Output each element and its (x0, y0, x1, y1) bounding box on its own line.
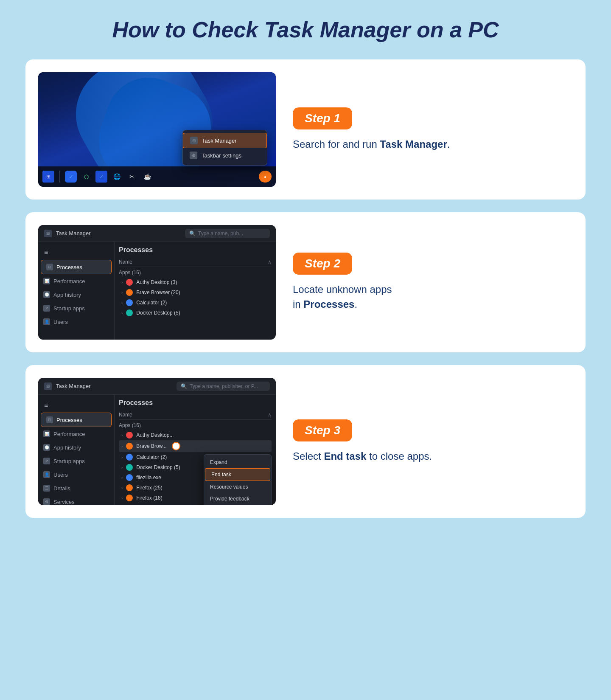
tm3-nav-startup[interactable]: ↗ Startup apps (38, 454, 114, 468)
ctx-item-task-manager: ⊞ Task Manager (183, 133, 267, 148)
step-2-info: Step 2 Locate unknown apps in Processes. (293, 253, 573, 312)
step-3-info: Step 3 Select End task to close apps. (293, 419, 573, 464)
tm3-body: ≡ ⊡ Processes 📊 Performance 🕐 App histor… (38, 395, 276, 505)
docker-icon-3 (126, 464, 133, 471)
processes-icon: ⊡ (46, 264, 53, 270)
start-icon-3: ↗ (43, 458, 50, 464)
screenshot-1: ⊞ ✓ ⬡ Z 🌐 ✂ ☕ ● ⊞ Task Manager ⚙ (38, 72, 276, 187)
ff25-icon-3 (126, 484, 133, 491)
ff18-icon-3 (126, 495, 133, 501)
ctx-item-taskbar-settings: ⚙ Taskbar settings (183, 148, 267, 163)
screenshot-3: ⊞ Task Manager 🔍 Type a name, publisher,… (38, 378, 276, 505)
screenshot-2: ⊞ Task Manager 🔍 Type a name, pub... ≡ ⊡… (38, 225, 276, 340)
tm2-proc-authy: › Authy Desktop (3) (119, 277, 272, 287)
tm3-content: Processes Name ∧ Apps (16) › Authy Deskt… (115, 395, 276, 505)
step-3-description: Select End task to close apps. (293, 449, 573, 464)
tm2-nav-users[interactable]: 👤 Users (38, 315, 114, 329)
task-manager-icon: ⊞ (190, 137, 198, 144)
step-1-info: Step 1 Search for and run Task Manager. (293, 107, 573, 152)
users-icon-3: 👤 (43, 471, 50, 478)
tm2-group-label: Apps (16) (119, 270, 272, 276)
tm2-section-title: Processes (119, 246, 272, 254)
tm2-content: Processes Name ∧ Apps (16) › Authy Deskt… (115, 242, 276, 340)
ctx3-provide-feedback: Provide feedback (204, 493, 271, 505)
tm2-nav-performance[interactable]: 📊 Performance (38, 274, 114, 288)
tm3-col-header: Name ∧ (119, 410, 272, 420)
tm2-nav-processes[interactable]: ⊡ Processes (41, 260, 112, 274)
tm3-nav-processes[interactable]: ⊡ Processes (41, 413, 112, 427)
step-2-description: Locate unknown apps in Processes. (293, 282, 573, 312)
services-icon-3: ⚙ (43, 498, 50, 505)
users-icon: 👤 (43, 318, 50, 325)
taskbar-icon-scissors: ✂ (126, 171, 138, 183)
taskbar-icon-2: ⬡ (80, 171, 92, 183)
tm3-titlebar: ⊞ Task Manager 🔍 Type a name, publisher,… (38, 378, 276, 395)
search-icon-2: 🔍 (189, 231, 196, 236)
tm3-proc-brave: › Brave Brow... (119, 440, 272, 452)
tm2-body: ≡ ⊡ Processes 📊 Performance 🕐 App histor… (38, 242, 276, 340)
tm3-nav-performance[interactable]: 📊 Performance (38, 427, 114, 441)
tm2-nav-app-history[interactable]: 🕐 App history (38, 288, 114, 301)
tm3-nav-services[interactable]: ⚙ Services (38, 495, 114, 505)
taskbar: ⊞ ✓ ⬡ Z 🌐 ✂ ☕ ● (38, 166, 276, 187)
step-2-badge: Step 2 (293, 253, 352, 275)
step-3-badge: Step 3 (293, 419, 352, 441)
docker-icon (126, 309, 133, 316)
performance-icon: 📊 (43, 278, 50, 284)
calc-icon (126, 299, 133, 306)
step-1-badge: Step 1 (293, 107, 352, 129)
taskbar-cursor-icon: ● (259, 171, 272, 183)
tm3-group-label: Apps (16) (119, 422, 272, 428)
tm2-search: 🔍 Type a name, pub... (185, 229, 270, 238)
brave-icon-3 (126, 443, 133, 450)
taskbar-icon-coffee: ☕ (141, 171, 153, 183)
app-history-icon: 🕐 (43, 291, 50, 298)
taskbar-icon-start: ⊞ (42, 171, 54, 183)
tm2-proc-docker: › Docker Desktop (5) (119, 308, 272, 318)
step-1-card: ⊞ ✓ ⬡ Z 🌐 ✂ ☕ ● ⊞ Task Manager ⚙ (25, 59, 586, 200)
ctx3-end-task[interactable]: End task (205, 468, 270, 481)
step-1-description: Search for and run Task Manager. (293, 137, 573, 152)
authy-icon (126, 279, 133, 286)
step-2-card: ⊞ Task Manager 🔍 Type a name, pub... ≡ ⊡… (25, 212, 586, 352)
ctx3-efficiency-mode: Efficiency mode (204, 505, 271, 505)
processes-icon-3: ⊡ (46, 416, 53, 423)
tm2-hamburger: ≡ (38, 245, 114, 260)
taskbar-icon-zoom: Z (95, 171, 107, 183)
perf-icon-3: 📊 (43, 430, 50, 437)
search-icon-3: 🔍 (181, 383, 187, 389)
ctx3-expand: Expand (204, 456, 271, 468)
filezilla-icon-3 (126, 474, 133, 481)
page-title: How to Check Task Manager on a PC (25, 17, 586, 42)
tm3-nav-details[interactable]: ☰ Details (38, 481, 114, 495)
startup-icon: ↗ (43, 305, 50, 312)
context-menu-1: ⊞ Task Manager ⚙ Taskbar settings (182, 130, 267, 166)
tm2-title-icon: ⊞ (44, 230, 52, 237)
tm3-nav-users[interactable]: 👤 Users (38, 468, 114, 481)
tm2-sidebar: ≡ ⊡ Processes 📊 Performance 🕐 App histor… (38, 242, 115, 340)
context-menu-3: Expand End task Resource values Provide … (204, 454, 272, 505)
tm3-proc-authy: › Authy Desktop... (119, 430, 272, 440)
tm3-nav-app-history[interactable]: 🕐 App history (38, 441, 114, 454)
taskbar-icon-1: ✓ (65, 171, 77, 183)
brave-icon (126, 289, 133, 296)
tm3-title-text: Task Manager (56, 383, 91, 389)
tm2-proc-brave: › Brave Browser (20) (119, 287, 272, 298)
cursor-3 (172, 442, 180, 450)
taskbar-settings-icon: ⚙ (190, 152, 197, 159)
taskbar-icon-chrome: 🌐 (111, 171, 123, 183)
authy-icon-3 (126, 432, 133, 439)
step-3-card: ⊞ Task Manager 🔍 Type a name, publisher,… (25, 365, 586, 518)
tm2-nav-startup[interactable]: ↗ Startup apps (38, 301, 114, 315)
tm3-search: 🔍 Type a name, publisher, or P... (177, 382, 270, 391)
hist-icon-3: 🕐 (43, 444, 50, 451)
tm3-section-title: Processes (119, 399, 272, 407)
tm2-proc-calc: › Calculator (2) (119, 298, 272, 308)
ctx3-resource-values: Resource values (204, 481, 271, 493)
tm3-hamburger: ≡ (38, 398, 114, 413)
tm2-col-header: Name ∧ (119, 257, 272, 267)
tm2-titlebar: ⊞ Task Manager 🔍 Type a name, pub... (38, 225, 276, 242)
tm3-sidebar: ≡ ⊡ Processes 📊 Performance 🕐 App histor… (38, 395, 115, 505)
calc-icon-3 (126, 454, 133, 461)
tm3-title-icon: ⊞ (44, 382, 52, 390)
